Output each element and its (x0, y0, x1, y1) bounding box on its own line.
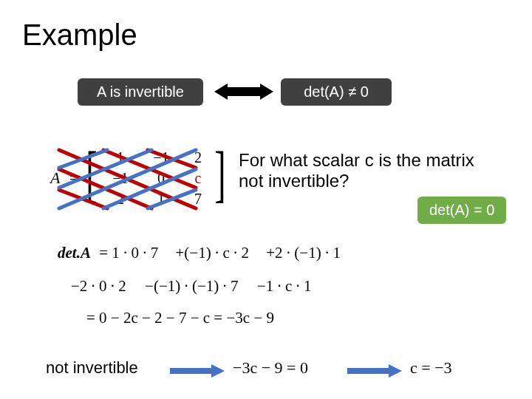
matrix-cell: 7 (180, 191, 216, 208)
matrix-cell: 1 (102, 149, 139, 166)
box-a-invertible: A is invertible (78, 78, 203, 106)
svg-rect-13 (170, 368, 213, 374)
matrix-a: A = [ ] 1 −1 2 −1 0 c 2 1 7 (50, 146, 220, 211)
matrix-cell: 2 (102, 191, 139, 208)
arrow-right-icon (347, 364, 402, 378)
matrix-label: A (50, 168, 60, 188)
matrix-cell: −1 (143, 149, 180, 166)
svg-rect-15 (347, 368, 390, 374)
arrow-right-icon (170, 364, 225, 378)
svg-marker-1 (260, 83, 273, 100)
bidirectional-arrow-icon (214, 81, 273, 103)
calc-line-3: = 0 − 2c − 2 − 7 − c = −3c − 9 (86, 309, 274, 327)
calc-line-1: det.A = 1 · 0 · 7 +(−1) · c · 2 +2 · (−1… (58, 244, 341, 262)
box-det-nonzero: det(A) ≠ 0 (281, 78, 392, 106)
calc-line-2: −2 · 0 · 2 −(−1) · (−1) · 7 −1 · c · 1 (71, 277, 312, 296)
svg-marker-16 (389, 364, 402, 378)
not-invertible-label: not invertible (46, 358, 138, 378)
matrix-eq: = (69, 168, 78, 188)
svg-marker-14 (211, 364, 225, 378)
matrix-cell: −1 (102, 170, 139, 187)
slide-title: Example (22, 18, 137, 52)
matrix-cell: 0 (143, 170, 180, 187)
equation-2: c = −3 (410, 358, 452, 378)
svg-rect-2 (226, 87, 262, 96)
bracket-left-icon: [ (86, 143, 97, 205)
matrix-cell: 1 (143, 191, 180, 208)
matrix-cell: 2 (180, 149, 216, 166)
matrix-cell-c: c (180, 170, 216, 187)
question-text: For what scalar c is the matrix not inve… (239, 150, 490, 191)
svg-marker-0 (214, 83, 228, 100)
equation-1: −3c − 9 = 0 (233, 358, 308, 378)
box-det-zero: det(A) = 0 (417, 197, 506, 224)
